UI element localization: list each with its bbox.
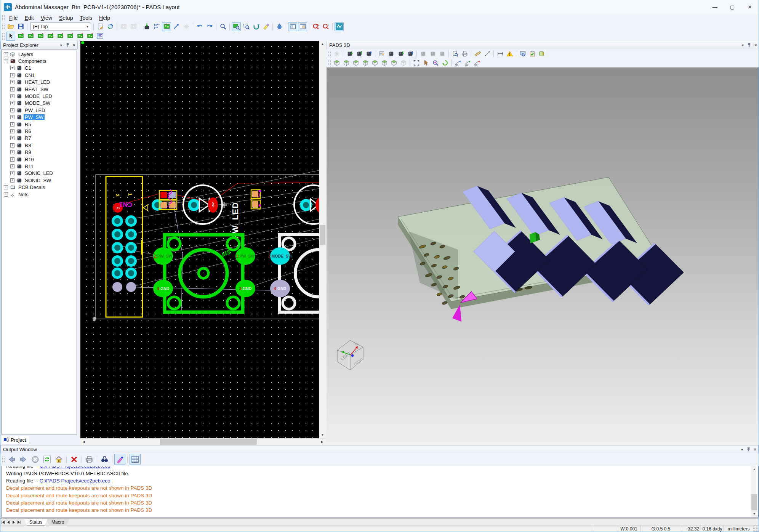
splitter-left[interactable]: [78, 41, 80, 445]
add-route-button[interactable]: [172, 22, 181, 31]
warning-button[interactable]: [505, 50, 514, 58]
open-file-button[interactable]: [6, 22, 15, 31]
zoom-button[interactable]: [218, 22, 227, 31]
properties-form-button[interactable]: [377, 50, 386, 58]
import-component-button[interactable]: [345, 50, 354, 58]
nav-forward-button[interactable]: [18, 454, 29, 465]
expand-icon[interactable]: +: [4, 192, 8, 197]
draft-component-button[interactable]: [16, 32, 25, 41]
footprint-mode-sw[interactable]: [270, 235, 319, 312]
draft-copper-cutout-button[interactable]: [56, 32, 65, 41]
tree-item-r5[interactable]: +R5: [2, 121, 77, 128]
rotate-view-button[interactable]: [440, 59, 449, 67]
draft-board-button[interactable]: [26, 32, 35, 41]
undo-button[interactable]: [195, 22, 204, 31]
scroll-up-icon[interactable]: ▲: [751, 466, 757, 473]
clipboard-check-button[interactable]: [528, 50, 536, 58]
output-scroll-thumb[interactable]: [751, 494, 757, 510]
tree-item-mode-sw[interactable]: +MODE_SW: [2, 100, 77, 107]
view-cube-iso2-button[interactable]: [342, 59, 351, 67]
cluster-placement-button[interactable]: [152, 22, 161, 31]
menu-file[interactable]: File: [6, 14, 21, 22]
tab-macro[interactable]: Macro: [46, 519, 69, 525]
select-cursor-button[interactable]: [421, 59, 430, 67]
select-tool-button[interactable]: [6, 32, 15, 41]
menu-setup[interactable]: Setup: [56, 14, 77, 22]
expand-icon[interactable]: +: [10, 94, 14, 98]
zoom-fit-button[interactable]: [412, 59, 421, 67]
expand-icon[interactable]: +: [10, 101, 14, 105]
menu-tools[interactable]: Tools: [76, 14, 96, 22]
nav-refresh-button[interactable]: [42, 454, 53, 465]
view-cube-front-button[interactable]: [351, 59, 360, 67]
zoom-area-button[interactable]: [431, 59, 440, 67]
tree-item-r8[interactable]: +R8: [2, 142, 77, 149]
snip-plane-z-button[interactable]: [472, 59, 481, 67]
scroll-down-icon[interactable]: ▼: [319, 432, 326, 438]
measure-distance-button[interactable]: [483, 50, 492, 58]
pour-manager-button[interactable]: [275, 22, 284, 31]
pcb-vscroll-thumb[interactable]: [320, 225, 325, 245]
chip-import-button[interactable]: [396, 50, 405, 58]
output-file-link[interactable]: C:\PADS Projects\eco2pcb.eco: [40, 478, 110, 484]
expand-icon[interactable]: +: [10, 115, 14, 119]
tree-item-pw-sw[interactable]: +PW_SW: [2, 114, 77, 121]
scroll-down-icon[interactable]: ▼: [751, 511, 757, 517]
tree-item-mode-led[interactable]: +MODE_LED: [2, 93, 77, 99]
save-file-button[interactable]: [16, 22, 25, 31]
tree-item-r10[interactable]: +R10: [2, 156, 77, 163]
expand-icon[interactable]: +: [10, 150, 14, 154]
footprint-cn1[interactable]: 2 1 +5V CN1: [106, 176, 163, 317]
expand-icon[interactable]: +: [10, 178, 14, 183]
minimize-button[interactable]: —: [706, 0, 724, 14]
expand-icon[interactable]: +: [10, 66, 14, 70]
grid-view-button[interactable]: [130, 454, 141, 465]
tree-item-heat-sw[interactable]: +HEAT_SW: [2, 86, 77, 93]
draft-sketch-button[interactable]: [85, 32, 94, 41]
panel-close-icon[interactable]: ✕: [753, 42, 759, 48]
pcb-horizontal-scrollbar[interactable]: ◀ ▶: [80, 438, 325, 445]
tree-item-cn1[interactable]: +CN1: [2, 72, 77, 79]
draft-dimension-button[interactable]: [36, 32, 45, 41]
chip-view-button[interactable]: [387, 50, 396, 58]
panel-menu-icon[interactable]: ▾: [58, 42, 64, 48]
view-rotate-ccw-button[interactable]: [389, 59, 398, 67]
zoom-selection-button[interactable]: [242, 22, 251, 31]
tree-item-c1[interactable]: +C1: [2, 65, 77, 72]
panel-menu-icon[interactable]: ▾: [739, 446, 745, 452]
snip-plane-y-button[interactable]: [463, 59, 472, 67]
tree-item-heat-led[interactable]: +HEAT_LED: [2, 79, 77, 86]
screen-refresh-button[interactable]: [518, 50, 527, 58]
snip-plane-x-button[interactable]: [453, 59, 462, 67]
refresh-design-button[interactable]: [106, 22, 115, 31]
footprint-pw-sw[interactable]: MS: [153, 235, 255, 312]
expand-icon[interactable]: +: [10, 122, 14, 127]
expand-icon[interactable]: +: [10, 136, 14, 140]
chip-export-button[interactable]: [406, 50, 415, 58]
dimension-width-button[interactable]: [496, 50, 504, 58]
window-layout-2-button[interactable]: [298, 22, 307, 31]
redo-button[interactable]: [205, 22, 214, 31]
draft-route-button[interactable]: [75, 32, 85, 41]
eco-mode-button[interactable]: [142, 22, 151, 31]
panel-close-icon[interactable]: ✕: [71, 42, 77, 48]
pan-view-button[interactable]: [251, 22, 261, 31]
expand-icon[interactable]: +: [10, 143, 14, 147]
expand-icon[interactable]: +: [10, 87, 14, 91]
tree-item-r6[interactable]: +R6: [2, 128, 77, 135]
pcb-hscroll-thumb[interactable]: [160, 439, 257, 445]
maximize-button[interactable]: ▢: [724, 0, 741, 14]
find-output-button[interactable]: [99, 454, 110, 465]
print-button[interactable]: [460, 50, 469, 58]
draft-options-list-button[interactable]: [95, 32, 104, 41]
nav-back-button[interactable]: [6, 454, 17, 465]
tab-prev-button[interactable]: [6, 519, 11, 525]
collapse-icon[interactable]: -: [4, 59, 8, 63]
sheet-properties-button[interactable]: [96, 22, 105, 31]
clear-highlight-button[interactable]: [261, 22, 271, 31]
footprint-smd-left[interactable]: [159, 189, 177, 210]
drc-settings-button[interactable]: [321, 22, 330, 31]
tree-item-components[interactable]: -Components: [2, 58, 77, 64]
draft-polygon-button[interactable]: [66, 32, 75, 41]
link-3d-button[interactable]: [335, 22, 344, 31]
